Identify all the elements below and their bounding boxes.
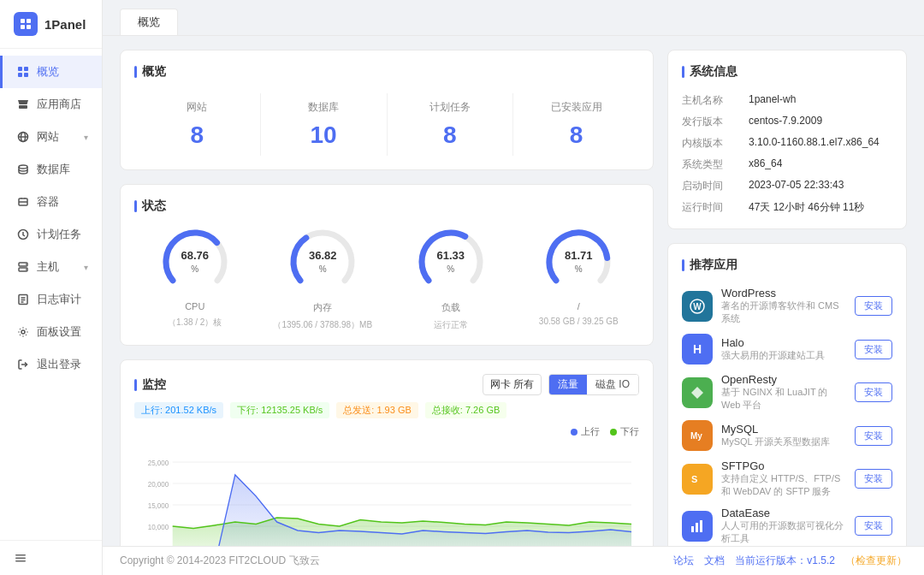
app-item-openresty: OpenResty 基于 NGINX 和 LuaJIT 的 Web 平台 安装 (682, 373, 892, 412)
monitor-stat-up: 上行: 201.52 KB/s (134, 402, 223, 418)
monitor-stat-down: 下行: 12135.25 KB/s (230, 402, 329, 418)
svg-point-23 (21, 330, 25, 334)
svg-point-17 (26, 264, 27, 265)
log-icon (16, 293, 30, 306)
overview-title: 概览 (134, 64, 639, 80)
container-icon (16, 195, 30, 209)
install-button-openresty[interactable]: 安装 (855, 382, 892, 402)
recommended-apps-title: 推荐应用 (682, 258, 892, 273)
monitor-stat-send: 总发送: 1.93 GB (336, 402, 418, 418)
svg-text:10,000: 10,000 (148, 523, 169, 532)
app-item-sftpgo: S SFTPGo 支持自定义 HTTP/S、FTP/S 和 WebDAV 的 S… (682, 459, 892, 498)
svg-rect-55 (696, 523, 698, 532)
sidebar-item-database[interactable]: 数据库 (0, 153, 102, 186)
sidebar-item-overview[interactable]: 概览 (0, 56, 102, 88)
svg-rect-54 (691, 526, 694, 532)
app-icon-mysql: My (682, 420, 713, 451)
globe-icon (16, 130, 30, 144)
chart-legend: 上行 下行 (571, 425, 639, 438)
stat-item-数据库: 数据库 10 (261, 93, 388, 156)
database-icon (16, 163, 30, 176)
disk-io-tab[interactable]: 磁盘 IO (587, 375, 638, 394)
sidebar-item-website[interactable]: 网站 ▾ (0, 121, 102, 153)
sys-info-row: 内核版本 3.10.0-1160.88.1.el7.x86_64 (682, 136, 892, 151)
sys-info-row: 发行版本 centos-7.9.2009 (682, 115, 892, 129)
logo-text: 1Panel (44, 17, 86, 32)
gauge-ring-disk: 81.71 % (544, 228, 613, 296)
overview-card: 概览 网站 8数据库 10计划任务 8已安装应用 8 (120, 50, 654, 170)
chevron-icon: ▾ (84, 263, 88, 272)
svg-text:15,000: 15,000 (148, 501, 169, 511)
footer-link-0[interactable]: 论坛 (673, 554, 694, 568)
app-icon-dataease (682, 511, 713, 542)
legend-up-dot (571, 429, 578, 436)
sidebar-item-panel-settings[interactable]: 面板设置 (0, 316, 102, 348)
app-info-wordpress: WordPress 著名的开源博客软件和 CMS 系统 (721, 287, 846, 325)
gauge-ring-load: 61.33 % (417, 228, 485, 296)
right-panel: 系统信息 主机名称 1panel-wh发行版本 centos-7.9.2009内… (667, 50, 907, 532)
svg-text:My: My (690, 431, 702, 441)
app-item-wordpress: W WordPress 著名的开源博客软件和 CMS 系统 安装 (682, 287, 892, 325)
gauge-ring-cpu: 68.76 % (161, 228, 229, 296)
footer-link-1[interactable]: 文档 (704, 554, 725, 568)
menu-toggle-button[interactable] (14, 551, 88, 565)
svg-rect-5 (24, 67, 28, 71)
svg-rect-7 (24, 73, 28, 77)
app-info-mysql: MySQL MySQL 开源关系型数据库 (721, 423, 846, 448)
svg-point-18 (26, 269, 27, 270)
monitor-stats: 上行: 201.52 KB/s下行: 12135.25 KB/s总发送: 1.9… (134, 402, 639, 418)
sidebar-logo: 1Panel (0, 0, 102, 49)
network-select[interactable]: 网卡 所有 (483, 374, 542, 395)
install-button-mysql[interactable]: 安装 (855, 426, 892, 446)
svg-rect-25 (15, 554, 26, 556)
svg-rect-26 (15, 558, 26, 560)
sidebar-item-crontab[interactable]: 计划任务 (0, 218, 102, 251)
app-item-dataease: DataEase 人人可用的开源数据可视化分析工具 安装 (682, 507, 892, 545)
monitor-stat-recv: 总接收: 7.26 GB (425, 402, 506, 418)
legend-down: 下行 (610, 425, 639, 438)
bottombar: Copyright © 2014-2023 FIT2CLOUD 飞致云 论坛文档… (103, 546, 924, 575)
left-panel: 概览 网站 8数据库 10计划任务 8已安装应用 8 状态 68.76 (120, 50, 654, 532)
svg-point-12 (19, 165, 27, 169)
sidebar-item-audit[interactable]: 日志审计 (0, 283, 102, 316)
svg-text:5,000: 5,000 (151, 544, 169, 546)
install-button-sftpgo[interactable]: 安装 (855, 469, 892, 489)
app-icon-openresty (682, 377, 713, 408)
svg-rect-0 (21, 19, 25, 23)
sys-info-row: 运行时间 47天 12小时 46分钟 11秒 (682, 200, 892, 215)
gauge-ring-mem: 36.82 % (288, 228, 357, 296)
server-icon (16, 260, 30, 274)
copyright: Copyright © 2014-2023 FIT2CLOUD 飞致云 (120, 554, 320, 568)
svg-rect-2 (21, 25, 25, 29)
app-icon-wordpress: W (682, 291, 713, 322)
sidebar-item-host[interactable]: 主机 ▾ (0, 251, 102, 283)
install-button-halo[interactable]: 安装 (855, 340, 892, 359)
monitor-title: 监控 (134, 377, 166, 393)
gauge-cpu: 68.76 % CPU （1.38 / 2）核 (134, 228, 256, 331)
install-button-dataease[interactable]: 安装 (855, 516, 892, 536)
status-gauges: 68.76 % CPU （1.38 / 2）核 36.82 % 内存 （1395… (134, 228, 639, 331)
footer-links: 论坛文档当前运行版本：v1.5.2（检查更新） (673, 554, 907, 568)
settings-icon (16, 325, 30, 339)
monitor-controls: 网卡 所有 流量 磁盘 IO (483, 374, 639, 395)
check-update-link[interactable]: （检查更新） (845, 554, 907, 568)
sidebar-footer[interactable] (0, 540, 102, 575)
status-title: 状态 (134, 199, 639, 214)
sidebar-item-container[interactable]: 容器 (0, 186, 102, 218)
status-card: 状态 68.76 % CPU （1.38 / 2）核 36.82 % (120, 184, 654, 346)
shop-icon (16, 98, 30, 111)
install-button-wordpress[interactable]: 安装 (855, 296, 892, 316)
monitor-tab-group: 流量 磁盘 IO (548, 374, 639, 395)
stat-item-已安装应用: 已安装应用 8 (513, 93, 639, 156)
app-item-halo: H Halo 强大易用的开源建站工具 安装 (682, 334, 892, 365)
footer-link-2[interactable]: 当前运行版本：v1.5.2 (735, 554, 835, 568)
flow-tab[interactable]: 流量 (549, 375, 587, 394)
app-icon-sftpgo: S (682, 464, 713, 495)
sidebar-item-app-store[interactable]: 应用商店 (0, 88, 102, 121)
system-info-title: 系统信息 (682, 64, 892, 80)
system-info-card: 系统信息 主机名称 1panel-wh发行版本 centos-7.9.2009内… (667, 50, 907, 229)
sidebar-item-logout[interactable]: 退出登录 (0, 348, 102, 381)
system-info-table: 主机名称 1panel-wh发行版本 centos-7.9.2009内核版本 3… (682, 93, 892, 215)
overview-tab[interactable]: 概览 (120, 9, 178, 35)
stat-item-计划任务: 计划任务 8 (388, 93, 514, 156)
